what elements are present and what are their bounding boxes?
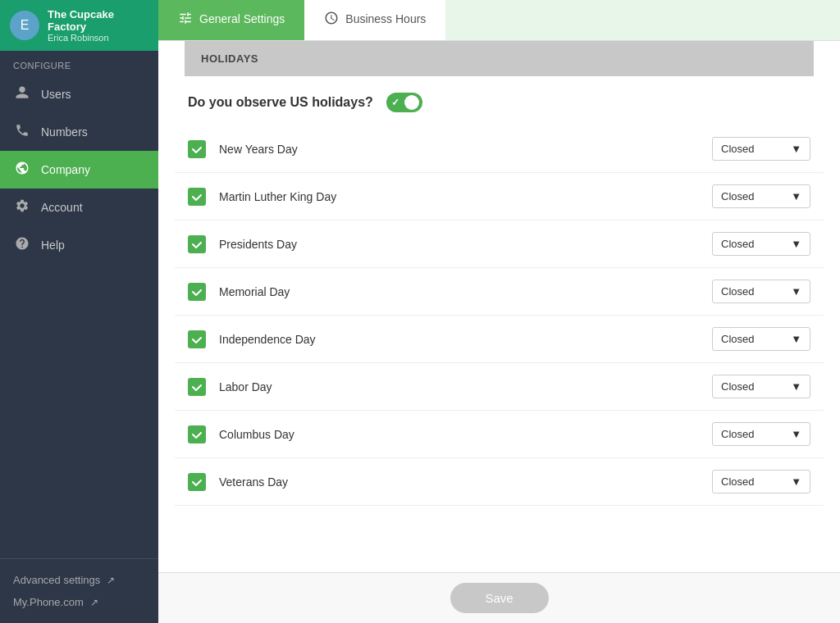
dropdown-arrow-independence: ▼ [791, 333, 801, 345]
us-holidays-toggle-row: Do you observe US holidays? ✓ [171, 76, 827, 125]
save-button[interactable]: Save [450, 583, 549, 613]
sidebar-item-company-label: Company [41, 163, 90, 176]
holiday-dropdown-mlk[interactable]: Closed ▼ [712, 184, 810, 208]
holiday-dropdown-presidents[interactable]: Closed ▼ [712, 232, 810, 256]
holidays-section-header: HOLIDAYS [185, 41, 814, 76]
general-settings-tab-icon [178, 11, 193, 28]
holiday-name-veterans: Veterans Day [219, 475, 699, 489]
holiday-dropdown-labor[interactable]: Closed ▼ [712, 375, 810, 398]
external-link-icon-2: ↗ [90, 597, 98, 608]
holiday-checkbox-independence[interactable] [188, 330, 206, 348]
holiday-value-columbus: Closed [721, 428, 754, 440]
holiday-value-new-years: Closed [721, 143, 754, 155]
business-hours-tab-icon [324, 11, 339, 28]
holiday-item-new-years: New Years Day Closed ▼ [175, 125, 824, 173]
sidebar-item-users-label: Users [41, 88, 71, 101]
advanced-settings-link[interactable]: Advanced settings ↗ [13, 569, 145, 591]
holiday-checkbox-columbus[interactable] [188, 425, 206, 443]
holidays-section: HOLIDAYS Do you observe US holidays? ✓ N… [158, 41, 840, 506]
toggle-checkmark: ✓ [391, 97, 399, 108]
tab-general-settings[interactable]: General Settings [158, 0, 304, 40]
holiday-checkbox-presidents[interactable] [188, 235, 206, 253]
holiday-item-mlk: Martin Luther King Day Closed ▼ [175, 173, 824, 221]
dropdown-arrow-veterans: ▼ [791, 475, 801, 488]
sidebar-footer: Advanced settings ↗ My.Phone.com ↗ [0, 558, 158, 623]
holiday-item-columbus: Columbus Day Closed ▼ [175, 411, 824, 458]
holiday-item-independence: Independence Day Closed ▼ [175, 316, 824, 363]
holiday-name-presidents: Presidents Day [219, 238, 699, 251]
help-icon [13, 236, 31, 254]
holiday-value-veterans: Closed [721, 475, 754, 488]
holiday-dropdown-new-years[interactable]: Closed ▼ [712, 137, 810, 161]
main-content: General Settings Business Hours HOLIDAYS… [158, 0, 840, 623]
user-icon [13, 85, 31, 103]
tab-general-settings-label: General Settings [199, 12, 285, 25]
holiday-value-mlk: Closed [721, 190, 754, 202]
sidebar-item-users[interactable]: Users [0, 75, 158, 113]
holiday-name-labor: Labor Day [219, 380, 699, 393]
holiday-value-independence: Closed [721, 333, 754, 345]
holiday-name-new-years: New Years Day [219, 143, 699, 156]
dropdown-arrow-mlk: ▼ [791, 190, 801, 202]
sidebar-item-numbers-label: Numbers [41, 125, 88, 139]
holiday-checkbox-veterans[interactable] [188, 473, 206, 491]
holiday-name-columbus: Columbus Day [219, 428, 699, 441]
sidebar-header: E The Cupcake Factory Erica Robinson [0, 0, 158, 51]
advanced-settings-label: Advanced settings [13, 574, 100, 586]
holiday-checkbox-labor[interactable] [188, 378, 206, 396]
dropdown-arrow-memorial: ▼ [791, 285, 801, 298]
dropdown-arrow-labor: ▼ [791, 380, 801, 393]
holiday-name-memorial: Memorial Day [219, 285, 699, 298]
globe-icon [13, 161, 31, 179]
phone-icon [13, 123, 31, 141]
dropdown-arrow-columbus: ▼ [791, 428, 801, 440]
holiday-dropdown-independence[interactable]: Closed ▼ [712, 327, 810, 351]
holiday-item-labor: Labor Day Closed ▼ [175, 363, 824, 411]
sidebar-item-account[interactable]: Account [0, 189, 158, 226]
holiday-checkbox-mlk[interactable] [188, 188, 206, 206]
us-holidays-toggle[interactable]: ✓ [386, 93, 422, 112]
holiday-checkbox-memorial[interactable] [188, 283, 206, 301]
avatar: E [10, 11, 39, 40]
settings-icon [13, 198, 31, 216]
user-name: Erica Robinson [48, 33, 148, 43]
us-holidays-question: Do you observe US holidays? [188, 95, 373, 110]
holiday-dropdown-veterans[interactable]: Closed ▼ [712, 470, 810, 493]
holiday-item-veterans: Veterans Day Closed ▼ [175, 458, 824, 506]
holiday-item-presidents: Presidents Day Closed ▼ [175, 221, 824, 268]
sidebar: E The Cupcake Factory Erica Robinson CON… [0, 0, 158, 623]
holiday-dropdown-columbus[interactable]: Closed ▼ [712, 422, 810, 446]
sidebar-navigation: Users Numbers Company Account Help [0, 75, 158, 558]
tab-business-hours[interactable]: Business Hours [304, 0, 445, 40]
sidebar-item-numbers[interactable]: Numbers [0, 113, 158, 151]
company-name: The Cupcake Factory [48, 8, 148, 33]
holiday-checkbox-new-years[interactable] [188, 140, 206, 158]
my-phone-label: My.Phone.com [13, 596, 84, 608]
tab-business-hours-label: Business Hours [345, 12, 426, 25]
holiday-dropdown-memorial[interactable]: Closed ▼ [712, 280, 810, 303]
holiday-value-memorial: Closed [721, 285, 754, 298]
dropdown-arrow-presidents: ▼ [791, 238, 801, 250]
sidebar-item-help-label: Help [41, 239, 65, 252]
holiday-item-memorial: Memorial Day Closed ▼ [175, 268, 824, 316]
sidebar-item-help[interactable]: Help [0, 226, 158, 264]
external-link-icon: ↗ [107, 575, 115, 586]
dropdown-arrow-new-years: ▼ [791, 143, 801, 155]
holiday-value-labor: Closed [721, 380, 754, 393]
my-phone-link[interactable]: My.Phone.com ↗ [13, 591, 145, 613]
holiday-name-independence: Independence Day [219, 333, 699, 346]
configure-label: CONFIGURE [0, 51, 158, 75]
sidebar-item-company[interactable]: Company [0, 151, 158, 189]
content-area: HOLIDAYS Do you observe US holidays? ✓ N… [158, 41, 840, 572]
holiday-value-presidents: Closed [721, 238, 754, 250]
sidebar-item-account-label: Account [41, 201, 83, 214]
holiday-list: New Years Day Closed ▼ Martin Luther Kin… [171, 125, 827, 506]
holiday-name-mlk: Martin Luther King Day [219, 190, 699, 203]
tab-bar: General Settings Business Hours [158, 0, 840, 41]
bottom-bar: Save [158, 572, 840, 623]
sidebar-header-text: The Cupcake Factory Erica Robinson [48, 8, 148, 43]
